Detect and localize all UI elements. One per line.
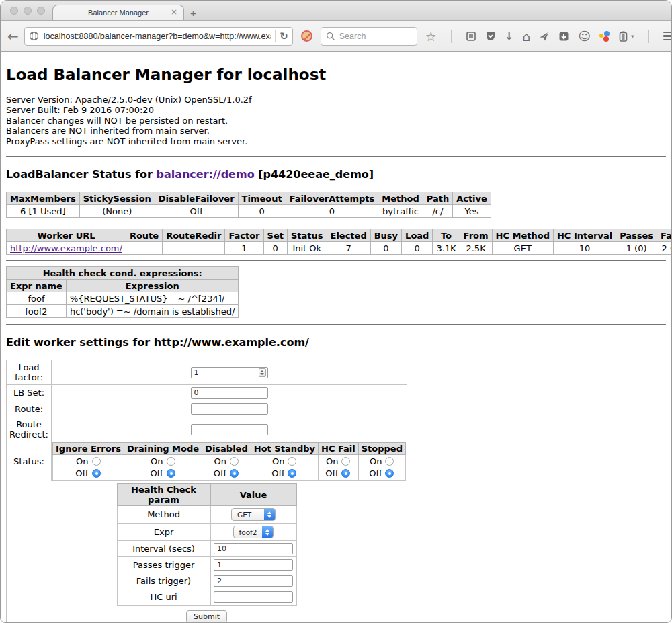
route-redirect-label: Route Redirect: <box>7 417 52 442</box>
col-maxmembers: MaxMembers <box>7 192 80 205</box>
route-input[interactable] <box>191 403 268 415</box>
balancers-notice-line: Balancers are NOT inherited from main se… <box>6 126 666 136</box>
reload-icon[interactable]: ↻ <box>280 30 288 42</box>
hot-standby-off-radio[interactable] <box>288 469 296 478</box>
url-bar[interactable]: ↻ <box>24 27 293 46</box>
balancer-demo-link[interactable]: balancer://demo <box>156 168 254 181</box>
globe-icon[interactable] <box>29 31 39 41</box>
load-factor-input[interactable] <box>191 367 268 378</box>
persist-notice-line: Balancer changes will NOT be persisted o… <box>6 116 666 126</box>
method-select[interactable]: GET <box>231 508 276 521</box>
title-bar: Balancer Manager × + <box>1 1 671 21</box>
col-hc-param: Health Check param <box>117 484 210 506</box>
number-stepper[interactable] <box>259 368 266 377</box>
close-window-button[interactable] <box>10 7 18 15</box>
lb-set-row: LB Set: <box>7 385 407 401</box>
passes-input[interactable] <box>214 559 293 571</box>
draining-mode-off-radio[interactable] <box>167 469 175 478</box>
load-factor-field[interactable] <box>191 367 268 378</box>
health-check-expressions-table: Health check cond. expressions: Expr nam… <box>6 266 239 318</box>
col-ignore-errors: Ignore Errors <box>53 443 124 455</box>
extension-download-icon[interactable] <box>558 31 569 42</box>
battery-extension-icon[interactable] <box>619 31 628 42</box>
tab-close-icon[interactable]: × <box>171 8 177 16</box>
toolbar-separator <box>451 30 452 43</box>
col-path: Path <box>423 192 452 205</box>
url-input[interactable] <box>44 32 271 41</box>
col-disablefailover: DisableFailover <box>155 192 238 205</box>
interval-input[interactable] <box>214 543 293 554</box>
passes-row: Passes trigger <box>117 557 296 573</box>
hc-uri-input[interactable] <box>214 591 293 603</box>
lb-set-input[interactable] <box>191 387 268 399</box>
ignore-errors-off-radio[interactable] <box>92 469 101 478</box>
stopped-on-radio[interactable] <box>385 457 394 466</box>
draining-mode-on-radio[interactable] <box>167 457 175 466</box>
submit-row: Submit <box>7 608 407 622</box>
fails-label: Fails trigger) <box>117 573 210 589</box>
bookmark-star-icon[interactable]: ☆ <box>425 31 437 42</box>
send-tab-icon[interactable] <box>539 31 550 42</box>
home-icon[interactable]: ⌂ <box>522 31 530 42</box>
downloads-icon[interactable]: ↓ <box>505 31 513 42</box>
server-built-line: Server Built: Feb 9 2016 07:00:20 <box>6 105 666 115</box>
col-hc-fail: HC Fail <box>319 443 359 455</box>
new-tab-button[interactable]: + <box>190 7 196 19</box>
col-active: Active <box>453 192 491 205</box>
hot-standby-on-radio[interactable] <box>288 457 296 466</box>
load-factor-row: Load factor: <box>7 360 407 385</box>
search-icon <box>326 32 335 41</box>
table-row: http://www.example.com/ 1 0 Init Ok 7 0 … <box>7 242 672 255</box>
col-stopped: Stopped <box>358 443 405 455</box>
divider <box>6 156 666 157</box>
edit-worker-heading: Edit worker settings for http://www.exam… <box>6 336 666 349</box>
tab-balancer-manager[interactable]: Balancer Manager × <box>52 5 184 20</box>
hc-fail-on-radio[interactable] <box>341 457 350 466</box>
ignore-errors-on-radio[interactable] <box>92 457 101 466</box>
table-header-row: MaxMembers StickySession DisableFailover… <box>7 192 491 205</box>
fails-input[interactable] <box>214 575 293 587</box>
back-icon[interactable]: ← <box>7 31 19 42</box>
server-info: Server Version: Apache/2.5.0-dev (Unix) … <box>6 95 666 147</box>
table-header-row: Health Check param Value <box>117 484 296 506</box>
colordots-extension-icon[interactable] <box>599 31 610 42</box>
col-timeout: Timeout <box>238 192 286 205</box>
health-check-param-table: Health Check param Value Method GET <box>117 483 297 606</box>
worker-status-table: Worker URL Route RouteRedir Factor Set S… <box>6 229 671 255</box>
table-row: 6 [1 Used] (None) Off 0 0 bytraffic /c/ … <box>7 205 491 218</box>
url-separator <box>275 30 276 42</box>
radio-row: On Off On Off On Off <box>53 455 406 481</box>
route-redirect-input[interactable] <box>191 424 268 435</box>
interval-row: Interval (secs) <box>117 541 296 557</box>
balancer-status-table: MaxMembers StickySession DisableFailover… <box>6 192 491 218</box>
stopped-off-radio[interactable] <box>385 469 394 478</box>
toolbar-separator <box>648 30 649 43</box>
expr-select[interactable]: foof2 <box>233 526 274 538</box>
reading-list-icon[interactable] <box>466 31 476 42</box>
minimize-window-button[interactable] <box>24 7 32 15</box>
fails-row: Fails trigger) <box>117 573 296 589</box>
proxypass-notice-line: ProxyPass settings are NOT inherited fro… <box>6 136 666 147</box>
table-header-row: Expr name Expression <box>7 280 239 292</box>
search-input[interactable] <box>339 32 412 41</box>
search-bar[interactable] <box>321 27 417 46</box>
disabled-on-radio[interactable] <box>230 457 239 466</box>
pocket-icon[interactable] <box>485 31 496 42</box>
hc-fail-off-radio[interactable] <box>341 469 350 478</box>
content-blocker-icon[interactable] <box>301 30 312 42</box>
submit-button[interactable]: Submit <box>186 610 227 622</box>
overflow-caret-icon[interactable]: ▾ <box>631 31 634 42</box>
feedback-smiley-icon[interactable]: ☺ <box>578 31 591 42</box>
status-options-table: Ignore Errors Draining Mode Disabled Hot… <box>52 442 406 481</box>
zoom-window-button[interactable] <box>37 7 45 15</box>
disabled-off-radio[interactable] <box>230 469 239 478</box>
status-label: Status: <box>7 442 52 481</box>
table-row: foof2 hc('body') =~ /domain is establish… <box>7 305 239 318</box>
toolbar-icons: ☆ ↓ ⌂ ☺ <box>425 30 672 43</box>
worker-url-link[interactable]: http://www.example.com/ <box>10 243 122 253</box>
hc-uri-label: HC uri <box>117 589 210 606</box>
menu-icon[interactable] <box>663 32 672 41</box>
interval-label: Interval (secs) <box>117 541 210 557</box>
select-stepper-icon <box>262 526 273 538</box>
tab-title: Balancer Manager <box>88 9 149 17</box>
